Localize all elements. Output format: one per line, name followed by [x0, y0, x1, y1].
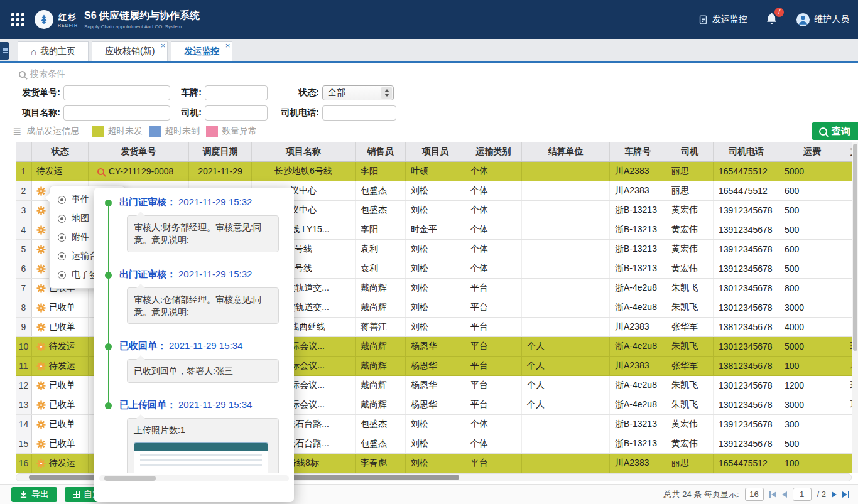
gear-icon[interactable]: [36, 284, 46, 293]
user-menu[interactable]: 维护人员: [796, 13, 849, 27]
page-input[interactable]: 1: [793, 488, 812, 501]
cell-trans: 个体: [465, 415, 522, 434]
legend-swatch-yellow: [92, 126, 104, 137]
gear-icon[interactable]: [36, 323, 46, 332]
tab-receivable-writeoff[interactable]: 应收核销(新) ×: [92, 41, 168, 61]
column-header-trans[interactable]: 运输类别: [465, 142, 522, 161]
gear-icon[interactable]: [36, 439, 46, 449]
timeline: 出门证审核：2021-11-29 15:32审核人:财务部经理。审核意见:同意。…: [103, 196, 288, 473]
export-button[interactable]: 导出: [11, 487, 57, 502]
app-subtitle: Supply Chain appointment And CO. System: [84, 24, 200, 29]
column-header-status[interactable]: 状态: [32, 142, 89, 161]
column-header-settle[interactable]: 结算单位: [522, 142, 610, 161]
tab-home[interactable]: ⌂ 我的主页: [18, 41, 89, 61]
cell-plate: 浙A-4e2u8: [610, 376, 666, 395]
project-name-input[interactable]: [63, 105, 170, 121]
cell-trans: 个体: [465, 240, 522, 259]
gear-icon[interactable]: [36, 420, 46, 429]
driver-phone-label: 司机电话:: [275, 107, 319, 119]
column-header-plate[interactable]: 车牌号: [610, 142, 666, 161]
shipping-monitor-link[interactable]: 发运监控: [698, 14, 747, 25]
cell-num: 11: [16, 357, 32, 375]
gear-icon[interactable]: [36, 264, 46, 274]
scrollbar-thumb[interactable]: [104, 476, 156, 481]
next-page-button[interactable]: [832, 491, 837, 498]
timeline-timestamp: 2021-11-29 15:34: [169, 340, 242, 351]
gear-icon[interactable]: [36, 362, 46, 371]
scrollbar-thumb[interactable]: [853, 144, 857, 351]
cell-sales: 蒋善江: [356, 318, 406, 336]
timeline-entry: 已上传回单：2021-11-29 15:34上传照片数:1: [119, 399, 288, 473]
shipment-no-input[interactable]: [63, 85, 170, 100]
popup-scrollbar[interactable]: [99, 475, 289, 481]
column-header-ship_no[interactable]: 发货单号: [89, 142, 189, 161]
close-icon[interactable]: ×: [225, 42, 231, 50]
sidebar-toggle[interactable]: [0, 42, 9, 60]
tab-shipping-monitor[interactable]: 发运监控 ×: [171, 41, 232, 61]
gear-icon[interactable]: [36, 303, 46, 313]
cell-pm: 刘松: [406, 240, 465, 259]
receipt-photo-thumbnail[interactable]: [134, 442, 268, 473]
gear-icon[interactable]: [36, 400, 46, 410]
column-header-num[interactable]: [16, 142, 32, 161]
vertical-scrollbar[interactable]: [852, 142, 858, 473]
driver-input[interactable]: [205, 105, 268, 121]
status-select[interactable]: 全部: [322, 85, 394, 100]
cell-driver: 黄宏伟: [666, 240, 714, 259]
column-header-date[interactable]: 调度日期: [189, 142, 252, 161]
cell-trans: 平台: [465, 298, 522, 317]
driver-phone-input[interactable]: [322, 105, 396, 121]
prev-page-button[interactable]: [782, 491, 787, 498]
cell-num: 2: [16, 181, 32, 200]
column-header-project[interactable]: 项目名称: [252, 142, 356, 161]
table-row[interactable]: 1待发运CY-211129-00082021-11-29长沙地铁6号线李阳叶硕个…: [16, 162, 858, 181]
status-label: 已收单: [49, 419, 75, 430]
cell-sales: 戴尚辉: [356, 337, 406, 356]
cell-settle: [522, 259, 610, 278]
cell-trans: 个体: [465, 220, 522, 239]
cell-trans: 个体: [465, 162, 522, 181]
timeline-title: 已上传回单：: [119, 399, 176, 410]
gear-icon[interactable]: [36, 342, 46, 351]
home-icon: ⌂: [31, 46, 36, 57]
last-page-button[interactable]: [842, 491, 849, 498]
cell-driver: 丽思: [666, 162, 714, 181]
gear-icon[interactable]: [36, 186, 46, 196]
gear-icon[interactable]: [36, 459, 46, 468]
plate-input[interactable]: [205, 85, 268, 100]
column-header-driver[interactable]: 司机: [666, 142, 714, 161]
cell-num: 9: [16, 318, 32, 336]
user-name-label: 维护人员: [814, 14, 849, 25]
cell-plate: 浙B-13213: [610, 240, 666, 259]
gear-icon[interactable]: [36, 381, 46, 390]
cell-trans: 平台: [465, 454, 522, 473]
cell-phone: 13012345678: [714, 395, 779, 414]
gear-icon[interactable]: [36, 225, 46, 235]
timeline-note: 上传照片数:1: [127, 418, 279, 473]
cell-num: 8: [16, 298, 32, 317]
magnifier-icon[interactable]: [97, 168, 104, 175]
query-button[interactable]: 查询: [812, 122, 858, 140]
notifications-button[interactable]: 7: [765, 12, 778, 28]
gear-icon[interactable]: [36, 245, 46, 254]
timeline-timestamp: 2021-11-29 15:34: [178, 399, 252, 410]
column-header-sales[interactable]: 销售员: [356, 142, 406, 161]
cell-sales: 包盛杰: [356, 181, 406, 200]
column-header-pm[interactable]: 项目员: [406, 142, 465, 161]
status-label: 待发运: [36, 166, 63, 177]
gear-icon[interactable]: [36, 206, 46, 215]
first-page-button[interactable]: [769, 491, 776, 498]
cell-num: 12: [16, 376, 32, 395]
cell-status: 已收单: [32, 318, 89, 336]
cell-settle: [522, 201, 610, 220]
app-launcher-icon[interactable]: [11, 13, 24, 26]
close-icon[interactable]: ×: [161, 42, 166, 50]
page-size-input[interactable]: 16: [745, 488, 764, 501]
column-header-phone[interactable]: 司机电话: [714, 142, 779, 161]
cell-fee: 5000: [779, 337, 845, 356]
list-icon: ≣: [13, 125, 21, 138]
timeline-title: 出门证审核：: [119, 196, 176, 207]
column-header-fee[interactable]: 运费: [779, 142, 845, 161]
cell-settle: [522, 454, 610, 473]
status-label: 已收单: [49, 380, 75, 391]
